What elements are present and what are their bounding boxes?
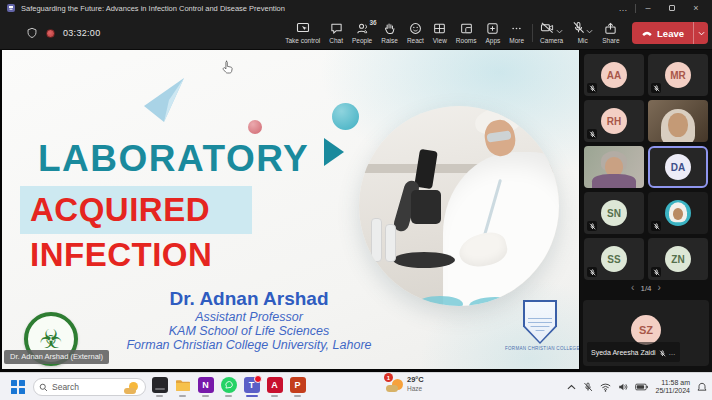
notification-badge xyxy=(254,375,262,383)
taskbar-weather-widget[interactable]: 1 29°C Haze xyxy=(386,376,424,392)
start-button[interactable] xyxy=(11,380,25,394)
dark-app-icon xyxy=(152,377,168,393)
biohazard-icon: ☣ xyxy=(39,326,62,352)
mouse-cursor-hand xyxy=(222,60,234,78)
system-tray: 11:58 am 25/11/2024 xyxy=(567,373,707,400)
view-button[interactable]: View xyxy=(428,16,451,50)
meeting-timer: 03:32:00 xyxy=(63,28,100,38)
participant-video-tile[interactable] xyxy=(648,192,708,234)
pager-next-icon[interactable]: › xyxy=(658,283,661,293)
teal-wedge-graphic xyxy=(324,138,344,166)
weather-temperature: 29°C xyxy=(407,376,424,384)
meeting-stage: LABORATORY ACQUIRED INFECTION xyxy=(0,50,712,372)
participant-video-tile[interactable] xyxy=(584,146,644,188)
video-person-face xyxy=(673,208,683,220)
mic-chevron-icon[interactable] xyxy=(586,20,593,38)
raise-hand-button[interactable]: Raise xyxy=(377,16,403,50)
video-person-body xyxy=(592,174,636,188)
more-button[interactable]: More xyxy=(505,16,529,50)
people-button[interactable]: 36 People xyxy=(348,16,377,50)
take-control-button[interactable]: Take control xyxy=(281,16,325,50)
taskbar-powerpoint[interactable]: P xyxy=(286,375,309,399)
meeting-title: Safeguarding the Future: Advances in Inf… xyxy=(21,4,285,13)
mic-off-icon xyxy=(572,20,585,38)
pinned-more-icon[interactable]: … xyxy=(669,349,676,356)
leave-button[interactable]: Leave xyxy=(632,22,708,44)
window-maximize-button[interactable] xyxy=(660,0,684,16)
share-button[interactable]: Share xyxy=(598,16,624,50)
wifi-icon[interactable] xyxy=(600,383,611,392)
taskbar-acrobat[interactable]: A xyxy=(263,375,286,399)
mic-muted-icon xyxy=(587,83,597,93)
react-button[interactable]: React xyxy=(402,16,428,50)
camera-button[interactable]: Camera xyxy=(536,16,568,50)
pinned-participant-tile[interactable]: SZ Syeda Areesha Zaidi … xyxy=(583,300,709,366)
people-icon: 36 xyxy=(356,22,369,35)
presenter-name: Dr. Adnan Arshad xyxy=(99,288,399,310)
running-indicator xyxy=(202,395,209,397)
mic-muted-icon xyxy=(651,83,661,93)
taskbar-whatsapp[interactable] xyxy=(217,375,240,399)
chat-button[interactable]: Chat xyxy=(325,16,348,50)
window-more-button[interactable]: … xyxy=(611,0,635,16)
running-indicator xyxy=(271,395,278,397)
taskbar-teams[interactable]: T xyxy=(240,375,263,399)
onenote-icon: N xyxy=(198,377,214,393)
window-minimize-button[interactable]: – xyxy=(636,0,660,16)
taskbar-onenote[interactable]: N xyxy=(194,375,217,399)
apps-button[interactable]: Apps xyxy=(481,16,505,50)
shared-presentation-slide: LABORATORY ACQUIRED INFECTION xyxy=(2,50,579,369)
react-smiley-icon xyxy=(409,22,422,35)
participant-avatar: RH xyxy=(601,108,627,134)
participant-tile[interactable]: RH xyxy=(584,100,644,142)
windows-taskbar: Search N T A P 1 xyxy=(0,372,712,400)
participant-video-tile[interactable] xyxy=(648,100,708,142)
search-weather-icon xyxy=(124,381,140,394)
slide-title-laboratory: LABORATORY xyxy=(38,138,309,180)
crest-caption: FORMAN CHRISTIAN COLLEGE xyxy=(505,346,575,351)
leave-chevron-icon[interactable] xyxy=(693,22,708,44)
mic-muted-icon xyxy=(587,129,597,139)
presenter-role: Assistant Professor xyxy=(99,310,399,324)
notification-bell-icon[interactable] xyxy=(697,382,707,393)
pinned-participant-name: Syeda Areesha Zaidi xyxy=(591,349,656,356)
rooms-button[interactable]: Rooms xyxy=(451,16,481,50)
camera-chevron-icon[interactable] xyxy=(556,20,563,38)
presenter-block: Dr. Adnan Arshad Assistant Professor KAM… xyxy=(99,288,399,352)
video-person-face xyxy=(668,113,688,137)
taskbar-clock[interactable]: 11:58 am 25/11/2024 xyxy=(655,379,690,395)
slide-title-infection: INFECTION xyxy=(30,236,212,274)
mic-button[interactable]: Mic xyxy=(568,16,598,50)
weather-condition: Haze xyxy=(407,385,424,392)
speaker-icon[interactable] xyxy=(618,382,628,392)
participant-tile[interactable]: SN xyxy=(584,192,644,234)
participant-avatar: AA xyxy=(601,62,627,88)
college-crest-logo: FORMAN CHRISTIAN COLLEGE xyxy=(520,300,560,350)
window-titlebar: Safeguarding the Future: Advances in Inf… xyxy=(0,0,712,16)
tray-chevron-up-icon[interactable] xyxy=(567,384,576,390)
battery-icon[interactable] xyxy=(635,383,648,391)
participant-tile[interactable]: ZN xyxy=(648,238,708,280)
weather-notification-badge: 1 xyxy=(384,373,393,382)
tray-mic-muted-icon[interactable] xyxy=(583,382,593,392)
running-indicator xyxy=(225,395,232,397)
meeting-toolbar: 03:32:00 Take control Chat 36 Peo xyxy=(0,16,712,50)
pager-prev-icon[interactable]: ‹ xyxy=(631,283,634,293)
taskbar-app-dark[interactable] xyxy=(148,375,171,399)
camera-off-icon xyxy=(540,20,555,38)
participant-tile-active-speaker[interactable]: DA xyxy=(648,146,708,188)
test-tube xyxy=(371,218,382,262)
recording-indicator-icon xyxy=(46,29,55,38)
running-indicator xyxy=(294,395,301,397)
taskbar-search[interactable]: Search xyxy=(33,378,146,396)
running-indicator-active xyxy=(246,395,258,397)
taskbar-file-explorer[interactable] xyxy=(171,375,194,399)
participant-tile[interactable]: SS xyxy=(584,238,644,280)
chat-icon xyxy=(330,22,343,35)
raise-hand-icon xyxy=(383,22,396,35)
acrobat-icon: A xyxy=(267,377,283,393)
window-close-button[interactable]: × xyxy=(684,0,708,16)
participant-tile[interactable]: AA xyxy=(584,54,644,96)
weather-icon: 1 xyxy=(386,376,403,392)
participant-tile[interactable]: MR xyxy=(648,54,708,96)
